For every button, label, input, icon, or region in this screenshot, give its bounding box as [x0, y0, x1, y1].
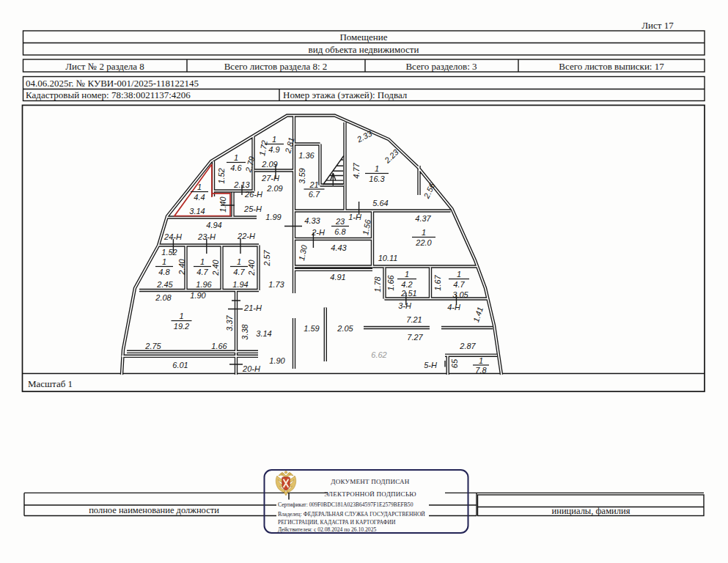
svg-text:1: 1 [479, 356, 483, 365]
svg-text:1.52: 1.52 [217, 168, 226, 183]
svg-text:4.33: 4.33 [304, 216, 320, 225]
svg-text:4.77: 4.77 [352, 162, 361, 178]
svg-text:2.57: 2.57 [262, 249, 271, 266]
svg-text:1.36: 1.36 [298, 151, 315, 160]
svg-text:3-Н: 3-Н [398, 301, 411, 310]
svg-text:4.7: 4.7 [453, 280, 465, 289]
svg-text:полное наименование должности: полное наименование должности [89, 505, 219, 515]
svg-text:4.4: 4.4 [194, 193, 205, 202]
svg-text:4.6: 4.6 [230, 163, 242, 172]
svg-text:1.40: 1.40 [218, 196, 227, 212]
svg-text:7.8: 7.8 [475, 366, 487, 375]
svg-text:1: 1 [162, 257, 166, 266]
svg-text:4.7: 4.7 [196, 268, 208, 276]
svg-text:6.01: 6.01 [172, 361, 188, 369]
svg-text:1.52: 1.52 [161, 248, 177, 257]
svg-text:65: 65 [450, 358, 459, 368]
svg-text:4.91: 4.91 [330, 273, 345, 282]
svg-text:Владелец: ФЕДЕРАЛЬНАЯ СЛУЖБА Г: Владелец: ФЕДЕРАЛЬНАЯ СЛУЖБА ГОСУДАРСТВЕ… [278, 511, 425, 518]
svg-text:3.59: 3.59 [298, 168, 306, 183]
svg-text:2.09: 2.09 [261, 160, 277, 169]
svg-text:5-Н: 5-Н [424, 361, 437, 369]
svg-text:7.27: 7.27 [407, 333, 423, 342]
svg-text:1: 1 [179, 312, 183, 320]
svg-text:1: 1 [405, 270, 409, 279]
svg-text:10.11: 10.11 [378, 254, 398, 262]
svg-text:4.9: 4.9 [268, 145, 279, 154]
svg-text:25-Н: 25-Н [243, 205, 262, 213]
svg-text:1: 1 [457, 270, 461, 279]
svg-text:4.8: 4.8 [158, 268, 170, 276]
svg-text:Лист № 2 раздела 8: Лист № 2 раздела 8 [65, 61, 144, 72]
svg-text:1: 1 [237, 257, 241, 266]
svg-text:4.2: 4.2 [401, 280, 412, 289]
svg-text:2.13: 2.13 [233, 180, 250, 189]
svg-text:20-Н: 20-Н [242, 364, 260, 373]
svg-text:23: 23 [335, 217, 345, 226]
svg-text:2.51: 2.51 [400, 289, 416, 298]
svg-text:3.05: 3.05 [452, 290, 468, 299]
svg-text:вид объекта недвижимости: вид объекта недвижимости [309, 44, 419, 55]
svg-text:22-Н: 22-Н [237, 232, 255, 240]
svg-text:3.38: 3.38 [240, 323, 249, 339]
svg-text:Помещение: Помещение [339, 32, 387, 43]
svg-text:ЭЛЕКТРОННОЙ ПОДПИСЬЮ: ЭЛЕКТРОННОЙ ПОДПИСЬЮ [324, 490, 416, 498]
svg-text:РЕГИСТРАЦИИ, КАДАСТРА И КАРТОГ: РЕГИСТРАЦИИ, КАДАСТРА И КАРТОГРАФИИ [278, 519, 396, 526]
svg-text:2.05: 2.05 [337, 324, 353, 333]
svg-text:2.45: 2.45 [156, 280, 173, 289]
svg-text:1.66: 1.66 [386, 274, 395, 290]
svg-text:2.87: 2.87 [459, 342, 476, 350]
svg-text:2.40: 2.40 [211, 259, 220, 276]
svg-text:Масштаб 1: Масштаб 1 [28, 378, 73, 389]
svg-text:Всего листов раздела 8: 2: Всего листов раздела 8: 2 [224, 61, 328, 72]
svg-text:1-Н: 1-Н [348, 213, 361, 221]
svg-text:04.06.2025г. № КУВИ-001/2025-1: 04.06.2025г. № КУВИ-001/2025-118122145 [26, 78, 199, 89]
svg-text:1: 1 [375, 164, 379, 173]
svg-text:2.09: 2.09 [266, 184, 282, 193]
svg-text:1.73: 1.73 [268, 280, 284, 289]
svg-text:4.7: 4.7 [233, 268, 245, 276]
svg-text:1.59: 1.59 [304, 324, 319, 333]
svg-text:5.64: 5.64 [372, 199, 388, 207]
svg-text:1: 1 [422, 228, 426, 237]
svg-text:1.90: 1.90 [190, 291, 206, 300]
svg-text:Всего разделов: 3: Всего разделов: 3 [405, 61, 477, 72]
svg-text:22.0: 22.0 [415, 238, 432, 247]
svg-text:Всего листов выписки: 17: Всего листов выписки: 17 [559, 61, 664, 72]
svg-text:Лист 17: Лист 17 [641, 20, 674, 31]
svg-text:инициалы, фамилия: инициалы, фамилия [552, 506, 630, 516]
svg-text:23-Н: 23-Н [197, 232, 216, 241]
svg-text:ДОКУМЕНТ ПОДПИСАН: ДОКУМЕНТ ПОДПИСАН [331, 478, 410, 485]
svg-text:4.37: 4.37 [415, 214, 431, 223]
svg-text:2.08: 2.08 [155, 293, 172, 302]
svg-text:1.96: 1.96 [196, 280, 212, 289]
svg-text:1: 1 [197, 183, 202, 191]
svg-text:2.40: 2.40 [247, 259, 256, 276]
svg-text:Сертификат: 009F0BDC181A023B64: Сертификат: 009F0BDC181A023B64597F1E2579… [278, 501, 413, 508]
svg-text:2-Н: 2-Н [311, 228, 325, 237]
svg-text:3.37: 3.37 [225, 314, 234, 331]
svg-text:Номер этажа (этажей): Подвал: Номер этажа (этажей): Подвал [283, 89, 408, 100]
svg-text:21-Н: 21-Н [243, 303, 262, 312]
svg-text:3.14: 3.14 [189, 207, 205, 216]
svg-text:6.7: 6.7 [309, 190, 320, 199]
svg-text:3.14: 3.14 [256, 329, 271, 338]
svg-text:1.67: 1.67 [433, 274, 442, 290]
svg-text:19.2: 19.2 [174, 322, 189, 331]
svg-text:1.66: 1.66 [211, 342, 227, 350]
svg-text:Кадастровый номер: 78:38:00211: Кадастровый номер: 78:38:0021137:4206 [26, 89, 191, 100]
svg-text:1: 1 [200, 257, 205, 266]
svg-text:2.75: 2.75 [144, 342, 161, 350]
svg-text:1.78: 1.78 [373, 276, 382, 292]
svg-text:1: 1 [272, 135, 276, 144]
svg-text:4.94: 4.94 [206, 221, 221, 229]
svg-text:27-Н: 27-Н [261, 174, 279, 183]
svg-text:24-Н: 24-Н [163, 232, 182, 241]
svg-text:6.62: 6.62 [371, 350, 386, 359]
svg-text:7.21: 7.21 [406, 315, 422, 324]
svg-text:1.94: 1.94 [232, 280, 248, 289]
svg-text:1.99: 1.99 [265, 213, 281, 221]
svg-text:2.40: 2.40 [177, 258, 186, 275]
svg-text:1.90: 1.90 [269, 356, 285, 365]
svg-text:1: 1 [234, 153, 238, 162]
